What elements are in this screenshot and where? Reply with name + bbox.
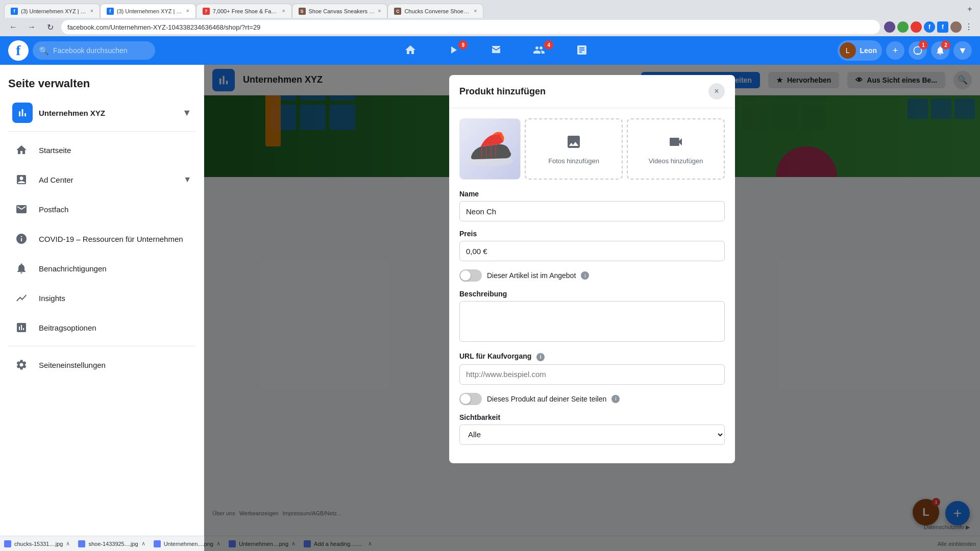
sidebar-item-beitragsoptionen[interactable]: Beitragsoptionen bbox=[4, 313, 200, 342]
nav-marketplace[interactable] bbox=[476, 38, 517, 63]
share-label: Dieses Produkt auf deiner Seite teilen bbox=[487, 395, 606, 403]
sichtbarkeit-select[interactable]: Alle bbox=[459, 424, 725, 445]
fb-search-input[interactable] bbox=[53, 46, 145, 55]
sidebar-divider-2 bbox=[8, 346, 195, 346]
browser-tab-tab4[interactable]: SShoe Canvas Sneakers - Free...× bbox=[292, 4, 388, 18]
preis-input[interactable] bbox=[459, 241, 725, 261]
sidebar-label-beitragsoptionen: Beitragsoptionen bbox=[39, 323, 96, 332]
sidebar-item-ad-center[interactable]: Ad Center ▼ bbox=[4, 165, 200, 194]
postfach-icon bbox=[12, 200, 31, 218]
modal-title: Produkt hinzufügen bbox=[459, 86, 546, 97]
ad-center-arrow: ▼ bbox=[183, 175, 191, 184]
nav-home[interactable] bbox=[390, 38, 431, 63]
reload-button[interactable]: ↻ bbox=[43, 20, 57, 34]
share-info-icon[interactable]: i bbox=[611, 395, 620, 403]
beschreibung-textarea[interactable] bbox=[459, 301, 725, 342]
modal-close-button[interactable]: × bbox=[708, 83, 725, 99]
nav-reels[interactable]: 9 bbox=[433, 38, 474, 63]
download-item-1[interactable]: shoe-1433925....jpg∧ bbox=[78, 540, 145, 547]
product-image-preview bbox=[459, 118, 521, 180]
preis-label: Preis bbox=[459, 230, 725, 238]
name-input[interactable] bbox=[459, 201, 725, 221]
browser-tabs: f(3) Unternehmen XYZ | Fac...×f(3) Unter… bbox=[4, 0, 962, 18]
browser-tab-tab3[interactable]: 77,000+ Free Shoe & Fashion ...× bbox=[196, 4, 292, 18]
angebot-row: Dieser Artikel ist im Angebot i bbox=[459, 269, 725, 282]
sidebar-item-startseite[interactable]: Startseite bbox=[4, 136, 200, 164]
fb-logo[interactable]: f bbox=[8, 40, 29, 61]
add-photos-label: Fotos hinzufügen bbox=[548, 157, 599, 165]
user-name: Leon bbox=[860, 46, 877, 55]
address-input[interactable]: facebook.com/Unternehmen-XYZ-10433823463… bbox=[61, 20, 880, 34]
url-label: URL für Kaufvorgang i bbox=[459, 352, 725, 361]
modal-body: Fotos hinzufügen Videos hinzufügen Name bbox=[449, 108, 735, 463]
add-videos-button[interactable]: Videos hinzufügen bbox=[627, 118, 725, 180]
share-toggle[interactable] bbox=[459, 393, 482, 405]
name-field-group: Name bbox=[459, 190, 725, 221]
share-toggle-knob bbox=[460, 394, 471, 404]
sidebar-title: Seite verwalten bbox=[0, 73, 204, 98]
add-photos-button[interactable]: Fotos hinzufügen bbox=[525, 118, 623, 180]
url-info-icon[interactable]: i bbox=[536, 353, 545, 361]
nav-groups[interactable]: 4 bbox=[519, 38, 559, 63]
extension-icon-4[interactable]: f bbox=[924, 21, 935, 33]
share-row: Dieses Produkt auf deiner Seite teilen i bbox=[459, 393, 725, 405]
url-input[interactable] bbox=[459, 364, 725, 385]
user-profile-button[interactable]: L Leon bbox=[838, 40, 882, 61]
nav-pages[interactable] bbox=[561, 38, 602, 63]
extension-icon-3[interactable] bbox=[911, 21, 922, 33]
sidebar-account-chevron: ▼ bbox=[182, 108, 191, 118]
image-upload-row: Fotos hinzufügen Videos hinzufügen bbox=[459, 118, 725, 180]
add-button[interactable]: + bbox=[886, 41, 904, 60]
download-item-0[interactable]: chucks-15331....jpg∧ bbox=[4, 540, 70, 547]
sidebar-divider-1 bbox=[8, 131, 195, 132]
back-button[interactable]: ← bbox=[6, 20, 20, 34]
home-icon bbox=[12, 141, 31, 159]
sidebar-label-benachrichtigungen: Benachrichtigungen bbox=[39, 264, 107, 273]
messenger-button[interactable]: 1 bbox=[909, 41, 927, 60]
extension-icon-5[interactable]: f bbox=[937, 21, 948, 33]
notifications-button[interactable]: 2 bbox=[931, 41, 949, 60]
menu-icon[interactable]: ⋮ bbox=[964, 21, 974, 32]
more-menu-button[interactable]: ▼ bbox=[953, 41, 972, 60]
sidebar-account-name: Unternehmen XYZ bbox=[39, 109, 105, 117]
sidebar-account[interactable]: Unternehmen XYZ ▼ bbox=[4, 98, 200, 127]
sidebar-item-postfach[interactable]: Postfach bbox=[4, 195, 200, 223]
forward-button[interactable]: → bbox=[24, 20, 39, 34]
insights-icon bbox=[12, 289, 31, 307]
account-icon bbox=[12, 103, 33, 123]
new-tab-button[interactable]: + bbox=[964, 3, 976, 15]
main-layout: Seite verwalten Unternehmen XYZ ▼ Starts… bbox=[0, 65, 980, 551]
modal-header: Produkt hinzufügen × bbox=[449, 75, 735, 108]
extension-icon-2[interactable] bbox=[897, 21, 909, 33]
add-photos-icon bbox=[566, 134, 582, 153]
sichtbarkeit-field-group: Sichtbarkeit Alle bbox=[459, 413, 725, 445]
groups-badge: 4 bbox=[544, 40, 553, 49]
produkt-hinzufuegen-modal: Produkt hinzufügen × bbox=[449, 75, 735, 463]
sidebar-item-seiteneinstellungen[interactable]: Seiteneinstellungen bbox=[4, 350, 200, 379]
profile-icon[interactable] bbox=[950, 21, 962, 33]
browser-tab-tab5[interactable]: CChucks Converse Shoes - Fre...× bbox=[387, 4, 483, 18]
sidebar-label-startseite: Startseite bbox=[39, 146, 71, 155]
sidebar-label-seiteneinstellungen: Seiteneinstellungen bbox=[39, 361, 106, 369]
sidebar-item-covid[interactable]: COVID-19 – Ressourcen für Unternehmen bbox=[4, 224, 200, 253]
browser-tab-tab2[interactable]: f(3) Unternehmen XYZ | Fac...× bbox=[100, 4, 196, 18]
beitragsoptionen-icon bbox=[12, 318, 31, 337]
reels-badge: 9 bbox=[458, 40, 468, 49]
page-content: Unternehmen XYZ ✏ Kontaktiere uns bearbe… bbox=[204, 65, 980, 551]
ad-center-icon bbox=[12, 170, 31, 189]
browser-tab-tab1[interactable]: f(3) Unternehmen XYZ | Fac...× bbox=[4, 4, 100, 18]
extension-icon-1[interactable] bbox=[884, 21, 895, 33]
angebot-toggle[interactable] bbox=[459, 269, 482, 282]
messenger-badge: 1 bbox=[919, 40, 928, 49]
modal-overlay: Produkt hinzufügen × bbox=[204, 65, 980, 551]
bell-icon bbox=[12, 259, 31, 278]
sidebar-item-insights[interactable]: Insights bbox=[4, 284, 200, 312]
beschreibung-label: Beschreibung bbox=[459, 290, 725, 298]
sidebar: Seite verwalten Unternehmen XYZ ▼ Starts… bbox=[0, 65, 204, 551]
angebot-info-icon[interactable]: i bbox=[581, 271, 589, 280]
sidebar-label-postfach: Postfach bbox=[39, 205, 68, 214]
toggle-knob bbox=[460, 270, 471, 281]
fb-search-box[interactable]: 🔍 bbox=[33, 41, 155, 60]
sidebar-item-benachrichtigungen[interactable]: Benachrichtigungen bbox=[4, 254, 200, 283]
header-right: L Leon + 1 2 ▼ bbox=[838, 40, 972, 61]
